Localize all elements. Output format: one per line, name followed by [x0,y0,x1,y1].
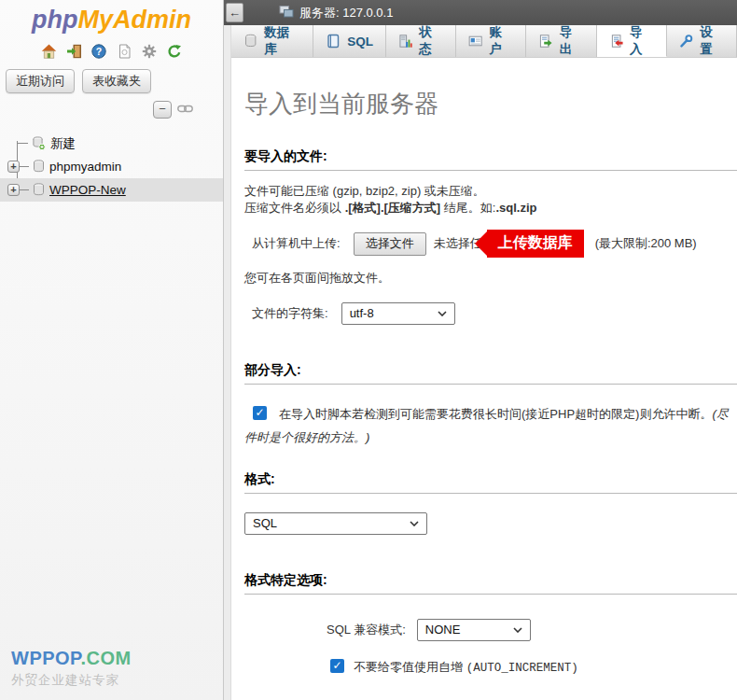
tree-item-new-database[interactable]: 新建 [0,132,223,155]
partial-import-legend: 部分导入: [244,362,737,385]
settings-icon[interactable] [141,43,158,59]
panel-resize-handle[interactable] [224,25,231,700]
page-title: 导入到当前服务器 [244,88,737,120]
tab-status[interactable]: 状态 [386,25,456,57]
collapse-all-button[interactable]: − [153,101,172,119]
sql-compat-value: NONE [425,623,461,637]
brand-suffix: .COM [80,648,131,668]
charset-label: 文件的字符集: [252,305,328,322]
tree-item-label: 新建 [50,135,76,152]
sql-compat-select[interactable]: NONE [417,619,531,641]
tab-label: SQL [347,35,373,49]
accounts-tab-icon [468,34,482,49]
auto-increment-row: ✓ 不要给零值使用自增 (AUTO_INCREMENT) [330,658,737,678]
drag-drop-hint: 您可在各页面间拖放文件。 [244,270,737,287]
compression-hint-line2: 压缩文件名必须以 .[格式].[压缩方式] 结尾。如:.sql.zip [244,200,737,217]
import-page: 导入到当前服务器 要导入的文件: 文件可能已压缩 (gzip, bzip2, z… [231,58,737,700]
main-area: ← 服务器: 127.0.0.1 数据库 SQL [224,0,737,700]
reload-icon[interactable] [166,43,183,59]
tree-controls: − [0,93,223,122]
favorite-tables-button[interactable]: 表收藏夹 [82,69,151,93]
sql-compat-row: SQL 兼容模式: NONE [327,619,737,641]
database-tab-icon [243,34,257,49]
chevron-down-icon [410,521,419,526]
chevron-down-icon [513,627,522,633]
format-options-legend: 格式特定选项: [244,572,737,595]
max-size-text: (最大限制:200 MB) [595,235,697,252]
allow-interrupt-checkbox[interactable]: ✓ [253,406,267,420]
format-row: SQL [244,512,737,535]
compression-hint: 文件可能已压缩 (gzip, bzip2, zip) 或未压缩。 压缩文件名必须… [244,183,737,217]
tab-import[interactable]: 导入 [597,25,667,57]
allow-interrupt-note: 件时是个很好的方法。) [244,428,737,447]
database-icon [33,183,45,199]
allow-interrupt-row: ✓ 在导入时脚本若检测到可能需要花费很长时间(接近PHP超时的限定)则允许中断。… [244,405,737,424]
home-icon[interactable] [40,43,57,59]
collapse-sidebar-button[interactable]: ← [226,3,243,22]
format-select[interactable]: SQL [244,512,427,535]
chevron-down-icon [438,311,447,316]
tab-label: 导入 [630,25,654,58]
file-to-import-legend: 要导入的文件: [244,148,737,171]
allow-interrupt-label: 在导入时脚本若检测到可能需要花费很长时间(接近PHP超时的限定)则允许中断。(尽 [279,405,729,424]
sidebar-toolbar: ? [0,35,223,66]
server-breadcrumb[interactable]: 服务器: 127.0.0.1 [279,5,393,21]
logout-icon[interactable] [65,43,82,59]
link-with-main-icon[interactable] [177,103,193,117]
tab-label: 账户 [490,25,514,58]
tree-item-label: WPPOP-New [49,183,126,197]
tree-item-wppop-new[interactable]: + WPPOP-New [0,178,223,202]
format-legend: 格式: [244,471,737,494]
database-icon [33,160,45,175]
tab-settings[interactable]: 设置 [667,25,737,57]
wppop-tagline: 外贸企业建站专家 [11,672,132,689]
tree-item-phpmyadmin[interactable]: + phpmyadmin [0,155,223,178]
charset-select[interactable]: utf-8 [341,302,455,325]
import-tab-icon [609,34,623,49]
settings-tab-icon [679,34,693,49]
logo-php: php [32,6,77,34]
server-topbar: ← 服务器: 127.0.0.1 [224,0,737,25]
svg-text:?: ? [96,45,102,56]
help-icon[interactable]: ? [90,43,107,59]
tab-export[interactable]: 导出 [526,25,596,57]
compression-hint-line1: 文件可能已压缩 (gzip, bzip2, zip) 或未压缩。 [244,183,737,200]
documentation-icon[interactable] [116,43,132,59]
server-label: 服务器: 127.0.0.1 [299,5,393,21]
upload-database-annotation: 上传数据库 [487,230,584,258]
charset-row: 文件的字符集: utf-8 [244,302,737,325]
new-database-icon [32,136,46,153]
expand-icon[interactable]: + [7,161,20,173]
tab-label: 导出 [560,25,584,58]
tab-label: 设置 [700,25,724,58]
expand-icon[interactable]: + [7,184,20,196]
export-tab-icon [538,34,552,49]
format-value: SQL [253,516,277,530]
upload-label: 从计算机中上传: [252,235,341,252]
charset-value: utf-8 [350,306,374,320]
phpmyadmin-logo[interactable]: phpMyAdmin [0,0,223,35]
wppop-watermark: WPPOP.COM 外贸企业建站专家 [0,648,132,689]
content-panel: 数据库 SQL 状态 账户 [231,25,737,700]
tree-item-label: phpmyadmin [49,160,121,174]
server-icon [279,5,294,21]
sql-tab-icon [326,34,341,49]
tab-user-accounts[interactable]: 账户 [456,25,526,57]
tab-label: 数据库 [264,25,300,58]
sql-compat-label: SQL 兼容模式: [327,622,406,638]
phpmyadmin-app: phpMyAdmin ? 近期访问 表收藏夹 [0,0,737,700]
choose-file-button[interactable]: 选择文件 [354,232,426,256]
tab-databases[interactable]: 数据库 [231,25,313,57]
status-tab-icon [398,34,412,49]
database-tree: 新建 + phpmyadmin + WPPOP-New [0,132,223,202]
main-tabbar: 数据库 SQL 状态 账户 [231,25,737,58]
recent-tables-button[interactable]: 近期访问 [6,69,75,93]
sidebar-quick-buttons: 近期访问 表收藏夹 [0,66,223,93]
tab-sql[interactable]: SQL [313,25,386,57]
brand-name: WPPOP [11,648,80,668]
auto-increment-checkbox[interactable]: ✓ [330,659,344,673]
wppop-brand: WPPOP.COM [11,648,132,669]
upload-row: 从计算机中上传: 选择文件 未选择任何文件 上传数据库 (最大限制:200 MB… [244,230,737,258]
tab-label: 状态 [419,25,443,58]
navigation-sidebar: phpMyAdmin ? 近期访问 表收藏夹 [0,0,224,700]
